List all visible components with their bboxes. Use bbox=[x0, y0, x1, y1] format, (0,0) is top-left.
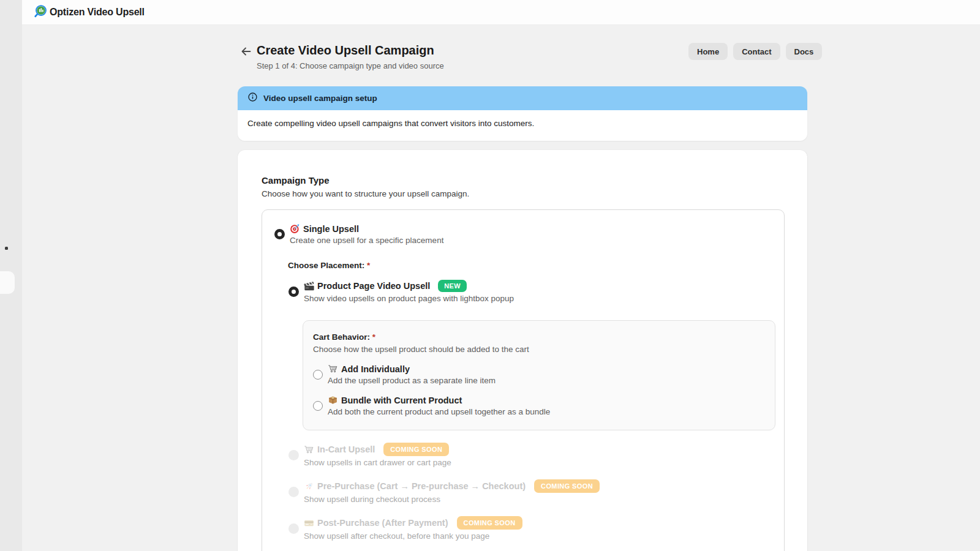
add-individually-radio[interactable] bbox=[313, 370, 323, 380]
placement-option-product-page[interactable]: Product Page Video Upsell NEW Show video… bbox=[288, 280, 772, 303]
post-purchase-description: Show upsell after checkout, before thank… bbox=[304, 531, 522, 541]
campaign-type-card: Campaign Type Choose how you want to str… bbox=[238, 150, 807, 551]
choose-placement-label: Choose Placement: * bbox=[288, 261, 772, 270]
rail-collapse-tab[interactable] bbox=[0, 271, 15, 294]
rail-dot bbox=[5, 247, 8, 250]
bundle-label[interactable]: Bundle with Current Product bbox=[341, 395, 462, 405]
cart-behavior-label: Cart Behavior: * bbox=[313, 332, 765, 342]
add-individually-description: Add the upsell product as a separate lin… bbox=[328, 376, 496, 385]
info-banner: Video upsell campaign setup Create compe… bbox=[238, 86, 807, 141]
campaign-options-box: Single Upsell Create one upsell for a sp… bbox=[262, 209, 785, 551]
nav-buttons: Home Contact Docs bbox=[688, 43, 822, 60]
back-arrow-icon bbox=[240, 45, 252, 59]
placement-option-post-purchase: Post-Purchase (After Payment) COMING SOO… bbox=[288, 516, 772, 541]
in-cart-radio bbox=[288, 450, 299, 460]
package-icon bbox=[328, 395, 338, 405]
pre-purchase-description: Show upsell during checkout process bbox=[304, 495, 600, 504]
rocket-icon bbox=[304, 481, 314, 492]
cart-behavior-box: Cart Behavior: * Choose how the upsell p… bbox=[303, 320, 775, 430]
bundle-radio[interactable] bbox=[313, 401, 323, 411]
product-page-label[interactable]: Product Page Video Upsell bbox=[317, 281, 430, 291]
card-subtitle: Choose how you want to structure your up… bbox=[262, 189, 785, 198]
cart-option-bundle[interactable]: Bundle with Current Product Add both the… bbox=[313, 395, 765, 416]
page-title: Create Video Upsell Campaign bbox=[257, 43, 434, 58]
info-banner-header: Video upsell campaign setup bbox=[238, 86, 807, 110]
cart-option-add-individually[interactable]: Add Individually Add the upsell product … bbox=[313, 364, 765, 385]
placement-option-in-cart: In-Cart Upsell COMING SOON Show upsells … bbox=[288, 443, 772, 467]
clapperboard-icon bbox=[304, 281, 314, 291]
target-icon bbox=[290, 223, 300, 234]
cart-icon bbox=[304, 444, 314, 455]
cart-icon bbox=[328, 364, 338, 374]
coming-soon-badge: COMING SOON bbox=[534, 479, 600, 493]
pre-purchase-radio bbox=[288, 487, 299, 497]
pre-purchase-label: Pre-Purchase (Cart → Pre-purchase → Chec… bbox=[317, 481, 526, 491]
single-upsell-label[interactable]: Single Upsell bbox=[303, 224, 359, 234]
single-upsell-radio[interactable] bbox=[274, 229, 285, 239]
product-page-radio[interactable] bbox=[288, 287, 299, 297]
coming-soon-badge: COMING SOON bbox=[383, 443, 449, 456]
in-cart-description: Show upsells in cart drawer or cart page bbox=[304, 458, 451, 467]
top-bar: Optizen Video Upsell bbox=[22, 0, 980, 25]
nav-docs-button[interactable]: Docs bbox=[786, 43, 823, 60]
product-page-description: Show video upsells on product pages with… bbox=[304, 294, 514, 303]
banner-title: Video upsell campaign setup bbox=[263, 94, 377, 103]
nav-home-button[interactable]: Home bbox=[688, 43, 728, 60]
banner-body-text: Create compelling video upsell campaigns… bbox=[238, 110, 807, 141]
required-mark: * bbox=[372, 332, 375, 342]
post-purchase-label: Post-Purchase (After Payment) bbox=[317, 518, 448, 528]
nav-contact-button[interactable]: Contact bbox=[733, 43, 780, 60]
new-badge: NEW bbox=[438, 280, 467, 292]
bundle-description: Add both the current product and upsell … bbox=[328, 407, 550, 416]
credit-card-icon bbox=[304, 518, 314, 528]
single-upsell-description: Create one upsell for a specific placeme… bbox=[290, 236, 443, 245]
info-icon bbox=[247, 92, 258, 105]
in-cart-label: In-Cart Upsell bbox=[317, 444, 375, 454]
add-individually-label[interactable]: Add Individually bbox=[341, 364, 410, 374]
cart-behavior-subtitle: Choose how the upsell product should be … bbox=[313, 345, 765, 354]
left-rail bbox=[0, 0, 22, 551]
back-button[interactable] bbox=[239, 45, 253, 59]
placement-option-pre-purchase: Pre-Purchase (Cart → Pre-purchase → Chec… bbox=[288, 479, 772, 504]
magnifier-chart-icon bbox=[34, 4, 48, 21]
post-purchase-radio bbox=[288, 523, 299, 534]
coming-soon-badge: COMING SOON bbox=[457, 516, 522, 530]
required-mark: * bbox=[367, 261, 370, 270]
card-title: Campaign Type bbox=[262, 175, 785, 186]
page-subtitle: Step 1 of 4: Choose campaign type and vi… bbox=[257, 61, 444, 70]
single-upsell-option[interactable]: Single Upsell Create one upsell for a sp… bbox=[274, 223, 772, 245]
app-title: Optizen Video Upsell bbox=[50, 7, 145, 18]
